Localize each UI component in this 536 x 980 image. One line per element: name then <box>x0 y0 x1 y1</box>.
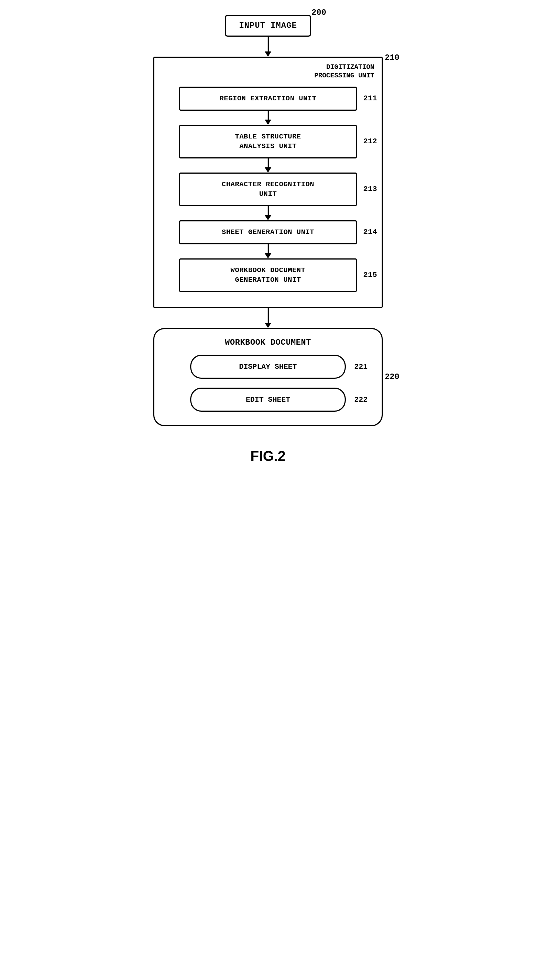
workbook-document-generation-unit: WORKBOOK DOCUMENTGENERATION UNIT 215 <box>179 258 357 292</box>
arrow-1 <box>265 111 271 125</box>
arrow-head <box>265 167 271 173</box>
digitization-label: DIGITIZATIONPROCESSING UNIT <box>314 63 374 80</box>
diagram-page: INPUT IMAGE 200 DIGITIZATIONPROCESSING U… <box>138 15 398 464</box>
arrow-line <box>268 159 269 167</box>
arrow-line <box>268 308 269 323</box>
input-image-label: INPUT IMAGE <box>239 21 297 30</box>
character-recognition-label: CHARACTER RECOGNITIONUNIT <box>222 180 314 199</box>
ref-210: 210 <box>385 53 399 62</box>
workbook-document-title: WORKBOOK DOCUMENT <box>225 338 311 347</box>
ref-200: 200 <box>312 8 326 18</box>
input-image-wrapper: INPUT IMAGE 200 <box>225 15 311 37</box>
arrow-4 <box>265 244 271 258</box>
arrow-3 <box>265 206 271 220</box>
arrow-line <box>268 206 269 215</box>
arrow-head <box>265 215 271 220</box>
edit-sheet-box: EDIT SHEET 222 <box>190 388 346 412</box>
character-recognition-unit: CHARACTER RECOGNITIONUNIT 213 <box>179 173 357 206</box>
arrow-digitization-to-workbook <box>265 308 271 328</box>
input-image-box: INPUT IMAGE <box>225 15 311 37</box>
arrow-head <box>265 119 271 125</box>
ref-220: 220 <box>385 372 399 382</box>
ref-214: 214 <box>363 227 377 237</box>
arrow-2 <box>265 159 271 173</box>
table-structure-label: TABLE STRUCTUREANALYSIS UNIT <box>235 132 301 151</box>
digitization-processing-unit: DIGITIZATIONPROCESSING UNIT 210 REGION E… <box>153 57 383 308</box>
region-extraction-unit: REGION EXTRACTION UNIT 211 <box>179 87 357 111</box>
digitization-label-text: DIGITIZATIONPROCESSING UNIT <box>314 63 374 79</box>
ref-213: 213 <box>363 184 377 194</box>
figure-caption: FIG.2 <box>250 449 285 464</box>
ref-212: 212 <box>363 136 377 146</box>
ref-221: 221 <box>354 363 367 371</box>
arrow-head <box>265 323 271 328</box>
table-structure-analysis-unit: TABLE STRUCTUREANALYSIS UNIT 212 <box>179 125 357 159</box>
arrow-head <box>265 51 271 57</box>
arrow-head <box>265 253 271 258</box>
edit-sheet-label: EDIT SHEET <box>246 395 290 404</box>
ref-215: 215 <box>363 270 377 280</box>
sheet-generation-label: SHEET GENERATION UNIT <box>222 228 314 236</box>
workbook-generation-label: WORKBOOK DOCUMENTGENERATION UNIT <box>231 266 305 284</box>
ref-211: 211 <box>363 93 377 103</box>
display-sheet-box: DISPLAY SHEET 221 <box>190 355 346 379</box>
ref-222: 222 <box>354 395 367 404</box>
arrow-line <box>268 244 269 253</box>
region-extraction-label: REGION EXTRACTION UNIT <box>219 94 317 103</box>
arrow-input-to-digitization <box>265 37 271 57</box>
arrow-line <box>268 111 269 119</box>
sheet-generation-unit: SHEET GENERATION UNIT 214 <box>179 220 357 244</box>
arrow-line <box>268 37 269 51</box>
display-sheet-label: DISPLAY SHEET <box>239 363 297 371</box>
workbook-document-box: 220 WORKBOOK DOCUMENT DISPLAY SHEET 221 … <box>153 328 383 426</box>
